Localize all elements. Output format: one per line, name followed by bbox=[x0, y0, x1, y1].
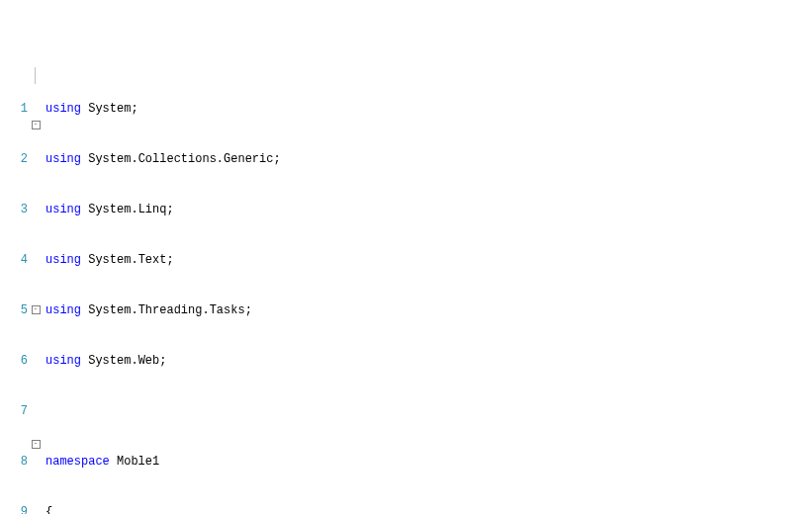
line-number: 9 bbox=[0, 504, 28, 514]
code-editor[interactable]: 1 2 3 4 5 6 7 8 9 10 11 12 13 14 15 16 1… bbox=[0, 67, 812, 514]
code-line[interactable]: using System.Collections.Generic; bbox=[45, 151, 492, 168]
line-number: 8 bbox=[0, 454, 28, 471]
fold-toggle[interactable]: - bbox=[30, 302, 42, 319]
fold-toggle[interactable]: - bbox=[30, 118, 42, 134]
line-number: 6 bbox=[0, 353, 28, 370]
code-line[interactable]: using System.Threading.Tasks; bbox=[45, 302, 492, 319]
code-line[interactable]: using System.Linq; bbox=[45, 202, 492, 218]
code-line[interactable]: { bbox=[45, 504, 492, 514]
line-number: 2 bbox=[0, 151, 28, 168]
fold-gutter: - - - - - - bbox=[30, 67, 42, 514]
line-number: 4 bbox=[0, 252, 28, 269]
line-number: 5 bbox=[0, 302, 28, 319]
line-number-gutter: 1 2 3 4 5 6 7 8 9 10 11 12 13 14 15 16 1… bbox=[0, 67, 30, 514]
code-line[interactable]: namespace Moble1 bbox=[45, 454, 492, 471]
code-line[interactable]: using System; bbox=[45, 101, 492, 118]
code-line[interactable] bbox=[45, 403, 492, 420]
code-line[interactable]: using System.Web; bbox=[45, 353, 492, 370]
fold-toggle[interactable]: - bbox=[30, 437, 42, 454]
line-number: 3 bbox=[0, 202, 28, 218]
code-line[interactable]: using System.Text; bbox=[45, 252, 492, 269]
code-area[interactable]: using System; using System.Collections.G… bbox=[42, 67, 492, 514]
line-number: 7 bbox=[0, 403, 28, 420]
line-number: 1 bbox=[0, 101, 28, 118]
